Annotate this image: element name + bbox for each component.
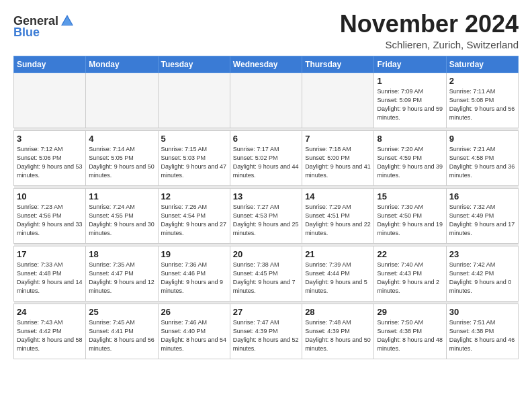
day-number: 7 <box>305 134 371 144</box>
day-number: 26 <box>161 307 227 317</box>
day-number: 6 <box>233 134 299 144</box>
day-info: Sunrise: 7:50 AM Sunset: 4:38 PM Dayligh… <box>377 318 443 353</box>
calendar-cell-w4-d3: 19Sunrise: 7:36 AM Sunset: 4:46 PM Dayli… <box>158 246 230 301</box>
day-info: Sunrise: 7:23 AM Sunset: 4:56 PM Dayligh… <box>17 203 83 238</box>
day-number: 25 <box>89 307 154 317</box>
day-number: 24 <box>17 307 83 317</box>
day-number: 9 <box>449 134 515 144</box>
calendar-cell-w1-d5 <box>302 73 374 128</box>
day-number: 13 <box>233 191 299 201</box>
day-info: Sunrise: 7:09 AM Sunset: 5:09 PM Dayligh… <box>377 87 443 122</box>
day-number: 14 <box>305 191 371 201</box>
day-number: 21 <box>305 249 371 259</box>
day-info: Sunrise: 7:48 AM Sunset: 4:39 PM Dayligh… <box>305 318 371 353</box>
page: General Blue November 2024 Schlieren, Zu… <box>0 0 532 411</box>
calendar-cell-w2-d2: 4Sunrise: 7:14 AM Sunset: 5:05 PM Daylig… <box>86 130 158 185</box>
calendar-cell-w3-d3: 12Sunrise: 7:26 AM Sunset: 4:54 PM Dayli… <box>158 188 230 243</box>
day-info: Sunrise: 7:11 AM Sunset: 5:08 PM Dayligh… <box>449 87 515 122</box>
logo: General Blue <box>13 13 75 40</box>
day-number: 4 <box>89 134 154 144</box>
calendar-cell-w2-d4: 6Sunrise: 7:17 AM Sunset: 5:02 PM Daylig… <box>230 130 302 185</box>
calendar-cell-w5-d5: 28Sunrise: 7:48 AM Sunset: 4:39 PM Dayli… <box>302 304 374 359</box>
calendar-cell-w5-d4: 27Sunrise: 7:47 AM Sunset: 4:39 PM Dayli… <box>230 304 302 359</box>
calendar-cell-w1-d1 <box>14 73 86 128</box>
day-number: 16 <box>449 191 515 201</box>
day-number: 8 <box>377 134 443 144</box>
day-info: Sunrise: 7:29 AM Sunset: 4:51 PM Dayligh… <box>305 203 371 238</box>
day-info: Sunrise: 7:27 AM Sunset: 4:53 PM Dayligh… <box>233 203 299 238</box>
day-info: Sunrise: 7:18 AM Sunset: 5:00 PM Dayligh… <box>305 145 371 180</box>
day-number: 27 <box>233 307 299 317</box>
day-number: 2 <box>449 76 515 86</box>
week-row-4: 17Sunrise: 7:33 AM Sunset: 4:48 PM Dayli… <box>14 246 519 301</box>
day-info: Sunrise: 7:45 AM Sunset: 4:41 PM Dayligh… <box>89 318 154 353</box>
day-info: Sunrise: 7:42 AM Sunset: 4:42 PM Dayligh… <box>449 261 515 295</box>
calendar-cell-w4-d6: 22Sunrise: 7:40 AM Sunset: 4:43 PM Dayli… <box>374 246 446 301</box>
calendar-cell-w4-d5: 21Sunrise: 7:39 AM Sunset: 4:44 PM Dayli… <box>302 246 374 301</box>
calendar-cell-w1-d7: 2Sunrise: 7:11 AM Sunset: 5:08 PM Daylig… <box>446 73 518 128</box>
day-number: 5 <box>161 134 227 144</box>
col-saturday: Saturday <box>446 56 518 73</box>
day-info: Sunrise: 7:26 AM Sunset: 4:54 PM Dayligh… <box>161 203 227 238</box>
logo-icon <box>60 13 75 28</box>
calendar-cell-w5-d3: 26Sunrise: 7:46 AM Sunset: 4:40 PM Dayli… <box>158 304 230 359</box>
calendar-cell-w1-d4 <box>230 73 302 128</box>
calendar: Sunday Monday Tuesday Wednesday Thursday… <box>13 56 519 359</box>
day-number: 20 <box>233 249 299 259</box>
day-info: Sunrise: 7:46 AM Sunset: 4:40 PM Dayligh… <box>161 318 227 353</box>
header: General Blue November 2024 Schlieren, Zu… <box>13 11 519 50</box>
day-number: 19 <box>161 249 227 259</box>
day-info: Sunrise: 7:21 AM Sunset: 4:58 PM Dayligh… <box>449 145 515 180</box>
day-number: 18 <box>89 249 154 259</box>
day-number: 30 <box>449 307 515 317</box>
calendar-cell-w3-d5: 14Sunrise: 7:29 AM Sunset: 4:51 PM Dayli… <box>302 188 374 243</box>
day-number: 10 <box>17 191 83 201</box>
week-row-1: 1Sunrise: 7:09 AM Sunset: 5:09 PM Daylig… <box>14 73 519 128</box>
col-sunday: Sunday <box>14 56 86 73</box>
day-info: Sunrise: 7:47 AM Sunset: 4:39 PM Dayligh… <box>233 318 299 353</box>
calendar-cell-w1-d6: 1Sunrise: 7:09 AM Sunset: 5:09 PM Daylig… <box>374 73 446 128</box>
calendar-cell-w3-d7: 16Sunrise: 7:32 AM Sunset: 4:49 PM Dayli… <box>446 188 518 243</box>
calendar-cell-w5-d2: 25Sunrise: 7:45 AM Sunset: 4:41 PM Dayli… <box>86 304 158 359</box>
day-info: Sunrise: 7:12 AM Sunset: 5:06 PM Dayligh… <box>17 145 83 180</box>
day-info: Sunrise: 7:24 AM Sunset: 4:55 PM Dayligh… <box>89 203 154 238</box>
col-monday: Monday <box>86 56 158 73</box>
calendar-cell-w4-d2: 18Sunrise: 7:35 AM Sunset: 4:47 PM Dayli… <box>86 246 158 301</box>
day-number: 11 <box>89 191 154 201</box>
calendar-cell-w1-d3 <box>158 73 230 128</box>
calendar-cell-w3-d1: 10Sunrise: 7:23 AM Sunset: 4:56 PM Dayli… <box>14 188 86 243</box>
day-info: Sunrise: 7:40 AM Sunset: 4:43 PM Dayligh… <box>377 261 443 295</box>
day-info: Sunrise: 7:30 AM Sunset: 4:50 PM Dayligh… <box>377 203 443 238</box>
col-friday: Friday <box>374 56 446 73</box>
calendar-cell-w3-d6: 15Sunrise: 7:30 AM Sunset: 4:50 PM Dayli… <box>374 188 446 243</box>
calendar-cell-w5-d1: 24Sunrise: 7:43 AM Sunset: 4:42 PM Dayli… <box>14 304 86 359</box>
day-info: Sunrise: 7:38 AM Sunset: 4:45 PM Dayligh… <box>233 261 299 295</box>
day-number: 22 <box>377 249 443 259</box>
day-info: Sunrise: 7:35 AM Sunset: 4:47 PM Dayligh… <box>89 261 154 295</box>
day-number: 12 <box>161 191 227 201</box>
day-number: 1 <box>377 76 443 86</box>
day-info: Sunrise: 7:36 AM Sunset: 4:46 PM Dayligh… <box>161 261 227 295</box>
calendar-cell-w4-d1: 17Sunrise: 7:33 AM Sunset: 4:48 PM Dayli… <box>14 246 86 301</box>
calendar-cell-w3-d4: 13Sunrise: 7:27 AM Sunset: 4:53 PM Dayli… <box>230 188 302 243</box>
day-info: Sunrise: 7:33 AM Sunset: 4:48 PM Dayligh… <box>17 261 83 295</box>
calendar-cell-w2-d6: 8Sunrise: 7:20 AM Sunset: 4:59 PM Daylig… <box>374 130 446 185</box>
day-number: 28 <box>305 307 371 317</box>
title-block: November 2024 Schlieren, Zurich, Switzer… <box>340 11 519 50</box>
day-info: Sunrise: 7:15 AM Sunset: 5:03 PM Dayligh… <box>161 145 227 180</box>
day-info: Sunrise: 7:51 AM Sunset: 4:38 PM Dayligh… <box>449 318 515 353</box>
calendar-header-row: Sunday Monday Tuesday Wednesday Thursday… <box>14 56 519 73</box>
calendar-cell-w2-d7: 9Sunrise: 7:21 AM Sunset: 4:58 PM Daylig… <box>446 130 518 185</box>
week-row-2: 3Sunrise: 7:12 AM Sunset: 5:06 PM Daylig… <box>14 130 519 185</box>
day-info: Sunrise: 7:17 AM Sunset: 5:02 PM Dayligh… <box>233 145 299 180</box>
week-row-5: 24Sunrise: 7:43 AM Sunset: 4:42 PM Dayli… <box>14 304 519 359</box>
day-info: Sunrise: 7:39 AM Sunset: 4:44 PM Dayligh… <box>305 261 371 295</box>
day-number: 23 <box>449 249 515 259</box>
calendar-cell-w4-d7: 23Sunrise: 7:42 AM Sunset: 4:42 PM Dayli… <box>446 246 518 301</box>
day-number: 3 <box>17 134 83 144</box>
calendar-cell-w4-d4: 20Sunrise: 7:38 AM Sunset: 4:45 PM Dayli… <box>230 246 302 301</box>
calendar-cell-w1-d2 <box>86 73 158 128</box>
calendar-cell-w3-d2: 11Sunrise: 7:24 AM Sunset: 4:55 PM Dayli… <box>86 188 158 243</box>
calendar-cell-w2-d3: 5Sunrise: 7:15 AM Sunset: 5:03 PM Daylig… <box>158 130 230 185</box>
location: Schlieren, Zurich, Switzerland <box>340 39 519 50</box>
